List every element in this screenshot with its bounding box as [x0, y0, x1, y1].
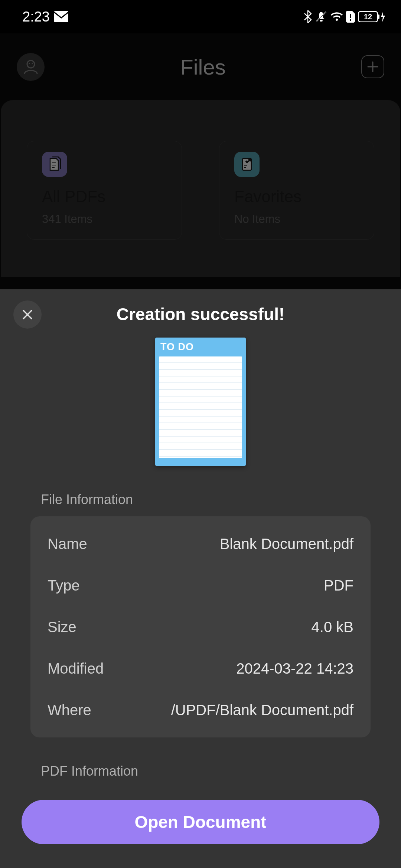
- info-row-name: Name Blank Document.pdf: [48, 523, 353, 565]
- sheet-title: Creation successful!: [0, 304, 401, 324]
- sim-alert-icon: [346, 11, 355, 23]
- battery-level: 12: [364, 13, 372, 21]
- file-info-label: File Information: [0, 466, 401, 516]
- info-row-size: Size 4.0 kB: [48, 606, 353, 648]
- info-label: Size: [48, 619, 76, 635]
- info-value: /UPDF/Blank Document.pdf: [171, 702, 353, 719]
- open-document-button[interactable]: Open Document: [22, 800, 379, 844]
- info-label: Name: [48, 536, 87, 552]
- mute-icon: [315, 10, 327, 23]
- info-label: Type: [48, 577, 80, 594]
- bluetooth-icon: [304, 10, 312, 23]
- file-info-box: Name Blank Document.pdf Type PDF Size 4.…: [30, 516, 371, 737]
- info-value: 2024-03-22 14:23: [236, 660, 353, 677]
- thumbnail-page: [159, 356, 242, 458]
- info-label: Modified: [48, 660, 104, 677]
- svg-rect-1: [320, 20, 323, 22]
- thumbnail-title: TO DO: [159, 341, 242, 356]
- info-value: PDF: [324, 577, 353, 594]
- info-label: Where: [48, 702, 91, 719]
- svg-rect-5: [350, 14, 351, 18]
- info-row-modified: Modified 2024-03-22 14:23: [48, 648, 353, 689]
- info-row-where: Where /UPDF/Blank Document.pdf: [48, 689, 353, 731]
- creation-success-sheet: Creation successful! TO DO File Informat…: [0, 289, 401, 868]
- svg-rect-0: [54, 11, 68, 22]
- pdf-info-label: PDF Information: [0, 737, 401, 788]
- status-time: 2:23: [22, 9, 50, 25]
- sheet-header: Creation successful!: [0, 289, 401, 324]
- document-thumbnail-wrap: TO DO: [0, 338, 401, 466]
- mail-icon: [54, 11, 68, 22]
- info-value: Blank Document.pdf: [220, 536, 353, 552]
- open-document-label: Open Document: [134, 812, 266, 832]
- status-left: 2:23: [22, 9, 68, 25]
- wifi-icon: [330, 11, 343, 22]
- document-thumbnail: TO DO: [155, 338, 246, 466]
- info-row-type: Type PDF: [48, 565, 353, 606]
- status-right: 12: [304, 10, 385, 23]
- status-bar: 2:23 12: [0, 0, 401, 33]
- svg-rect-6: [350, 19, 351, 21]
- info-value: 4.0 kB: [312, 619, 353, 635]
- battery-icon: 12: [358, 11, 385, 22]
- close-button[interactable]: [13, 300, 42, 329]
- svg-rect-8: [378, 14, 379, 19]
- svg-point-4: [336, 19, 338, 21]
